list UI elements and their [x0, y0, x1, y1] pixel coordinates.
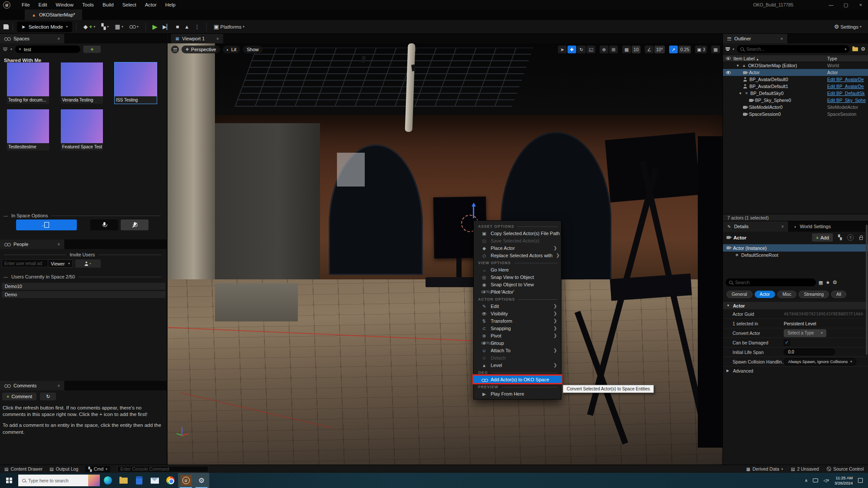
add-component-button[interactable]: + Add: [812, 233, 833, 242]
play-options-kebab-icon[interactable]: ⋮: [192, 24, 202, 30]
skip-button[interactable]: ▶▏: [160, 24, 173, 30]
space-card[interactable]: Featured Space Test: [61, 109, 103, 151]
refresh-comments-button[interactable]: ↻: [40, 393, 56, 400]
maximize-button[interactable]: ▢: [838, 2, 853, 8]
taskbar-app-mail[interactable]: [147, 473, 162, 488]
menu-item-go-here[interactable]: →Go Here: [474, 266, 561, 273]
taskbar-app-settings[interactable]: ⚙: [194, 473, 209, 488]
lock-icon[interactable]: [857, 233, 865, 242]
maximize-viewport-button[interactable]: ▦: [711, 46, 720, 53]
space-card[interactable]: Testtesttestme: [7, 109, 49, 151]
leave-space-button[interactable]: [16, 219, 77, 230]
move-tool-button[interactable]: ✚: [568, 46, 576, 53]
outliner-row[interactable]: BP_AvatarDefault1 Edit BP_AvatarDe: [723, 83, 868, 90]
camera-speed-button[interactable]: ▣ 3: [695, 46, 707, 53]
details-scrollbar[interactable]: [866, 225, 868, 355]
user-list-item[interactable]: Demo10: [2, 283, 165, 290]
taskbar-app-edge[interactable]: [100, 473, 116, 488]
blueprints-dropdown[interactable]: ▚▾: [99, 23, 112, 30]
grid-view-icon[interactable]: ▦: [818, 280, 823, 285]
source-control-button[interactable]: Source Control: [827, 466, 864, 472]
menu-edit[interactable]: Edit: [34, 0, 52, 10]
rotate-tool-button[interactable]: ↻: [577, 46, 586, 53]
outliner-row[interactable]: SiteModelActor0 SiteModelActor: [723, 104, 868, 111]
console-command-input[interactable]: [117, 466, 208, 472]
menu-item-attach-to[interactable]: ∪Attach To❯: [474, 347, 561, 354]
close-icon[interactable]: ×: [54, 383, 60, 388]
space-card[interactable]: Testing for docum...: [7, 62, 49, 104]
tab-details[interactable]: ✎ Details ×: [723, 221, 788, 232]
menu-item-snap-view-to-object[interactable]: ◎Snap View to Object: [474, 273, 561, 281]
tab-viewport-1[interactable]: ▦ Viewport 1 ×: [171, 34, 223, 43]
spawn-collision-dropdown[interactable]: Always Spawn, Ignore Collisions ▾: [784, 358, 856, 365]
taskbar-app-file-explorer[interactable]: [116, 473, 131, 488]
outliner-row[interactable]: ▼▲OKOStarterMap (Editor) World: [723, 62, 868, 69]
type-column-header[interactable]: Type: [827, 56, 868, 61]
content-drawer-button[interactable]: ▤ Content Drawer: [4, 466, 43, 472]
selection-mode-dropdown[interactable]: ➤ Selection Mode ▾: [17, 22, 72, 32]
menu-item-pivot[interactable]: ⊕Pivot❯: [474, 332, 561, 339]
expander-icon[interactable]: ▼: [726, 304, 730, 308]
filter-tab-all[interactable]: All: [831, 291, 846, 298]
item-label-column-header[interactable]: Item Label ▲: [733, 56, 827, 61]
taskbar-app-unreal[interactable]: u: [178, 473, 194, 488]
derived-data-button[interactable]: ▦ Derived Data ▾: [746, 466, 783, 472]
scale-tool-button[interactable]: ◱: [587, 46, 595, 53]
space-card-selected[interactable]: ISS Testing: [115, 62, 157, 104]
menu-help[interactable]: Help: [161, 0, 180, 10]
3d-scene[interactable]: ❖ Perspective ◐ Lit Show ➤ ✚ ↻ ◱ ⊕ ⊞: [168, 43, 723, 465]
menu-item-snapping[interactable]: ⊂Snapping❯: [474, 324, 561, 332]
platforms-dropdown[interactable]: ▣ Platforms▾: [211, 23, 248, 30]
minimize-button[interactable]: —: [824, 2, 838, 7]
tab-outliner[interactable]: Outliner ×: [723, 34, 787, 43]
notification-center-icon[interactable]: [858, 478, 863, 483]
outliner-row[interactable]: BP_AvatarDefault0 Edit BP_AvatarDe: [723, 76, 868, 83]
display-icon[interactable]: [813, 478, 818, 482]
menu-tools[interactable]: Tools: [78, 0, 98, 10]
menu-item-copy-file-path[interactable]: ▣Copy Selected Actor(s) File Path: [474, 229, 561, 237]
default-scene-root-row[interactable]: ❖ DefaultSceneRoot: [723, 252, 868, 259]
space-card[interactable]: Veranda Testing: [61, 62, 103, 104]
details-search-input[interactable]: [735, 280, 812, 285]
expander-icon[interactable]: ▼: [736, 64, 740, 68]
tray-chevron-up-icon[interactable]: ∧: [805, 478, 808, 483]
expander-icon[interactable]: ▼: [739, 92, 743, 95]
show-dropdown[interactable]: Show: [243, 46, 263, 53]
menu-select[interactable]: Select: [118, 0, 141, 10]
menu-file[interactable]: File: [17, 0, 34, 10]
taskbar-search[interactable]: Type here to search: [18, 475, 100, 486]
outliner-search-input[interactable]: [746, 46, 842, 52]
output-log-button[interactable]: ▤ Output Log: [50, 466, 78, 472]
settings-dropdown[interactable]: ⚙ Settings▾: [831, 23, 865, 30]
viewport-options-menu-icon[interactable]: [171, 46, 179, 53]
menu-item-level[interactable]: ▲Level❯: [474, 361, 561, 369]
scale-snap-value[interactable]: 0.25: [679, 46, 691, 53]
cmd-dropdown[interactable]: ▚ Cmd ▾: [85, 466, 110, 472]
menu-item-play-from-here[interactable]: ▶Play From Here: [474, 390, 561, 397]
close-icon[interactable]: ×: [778, 224, 784, 229]
speaker-icon[interactable]: ◁×: [823, 478, 829, 483]
add-actor-dropdown[interactable]: ◆+▾: [80, 23, 99, 30]
collapse-dash-icon[interactable]: —: [3, 213, 8, 218]
menu-item-place-actor[interactable]: ◆Place Actor❯: [474, 244, 561, 252]
select-tool-button[interactable]: ➤: [558, 46, 567, 53]
new-folder-icon[interactable]: [852, 45, 858, 53]
blueprint-icon[interactable]: ▚: [836, 233, 844, 242]
gear-icon[interactable]: ⚙: [861, 46, 865, 52]
actor-section-header[interactable]: ▼ Actor: [723, 302, 868, 309]
visibility-column-eye-icon[interactable]: [723, 57, 733, 60]
clear-search-icon[interactable]: ×: [19, 47, 21, 52]
help-icon[interactable]: ?: [847, 234, 854, 241]
tab-comments[interactable]: Comments ×: [0, 381, 64, 390]
chevron-down-icon[interactable]: ▾: [10, 47, 12, 51]
lit-dropdown[interactable]: ◐ Lit: [223, 46, 241, 53]
filter-tab-actor[interactable]: Actor: [755, 291, 775, 298]
close-icon[interactable]: ×: [777, 36, 783, 41]
menu-item-group[interactable]: ❖GroupCTRL+G: [474, 339, 561, 347]
menu-item-pilot-actor[interactable]: ✈Pilot 'Actor'CTRL+SHIFT+P: [474, 288, 561, 295]
spaces-search-input[interactable]: [24, 47, 77, 52]
tab-people[interactable]: People ×: [0, 239, 64, 249]
outliner-row[interactable]: SpaceSession0 SpaceSession: [723, 111, 868, 118]
advanced-section-row[interactable]: ▶ Advanced: [723, 367, 868, 375]
grid-snap-value[interactable]: 10: [632, 46, 640, 53]
